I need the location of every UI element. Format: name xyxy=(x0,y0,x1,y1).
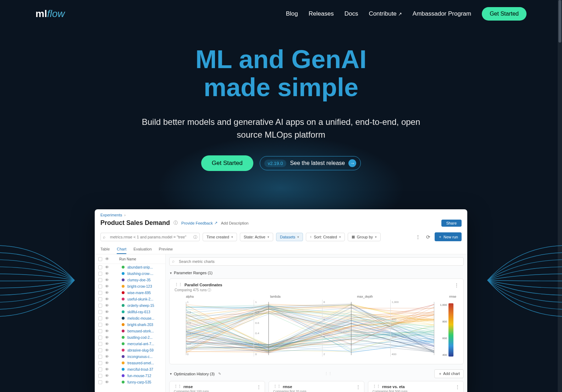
visibility-icon[interactable]: 👁 xyxy=(105,367,109,371)
visibility-icon[interactable]: 👁 xyxy=(105,297,109,301)
run-row[interactable]: 👁bright-shark-203 xyxy=(95,321,165,328)
run-name[interactable]: bemused-stork... xyxy=(127,329,154,333)
visibility-icon[interactable]: 👁 xyxy=(105,374,109,378)
nav-ambassador[interactable]: Ambassador Program xyxy=(413,10,471,17)
header-get-started-button[interactable]: Get Started xyxy=(482,7,527,21)
run-checkbox[interactable] xyxy=(98,278,102,282)
tab-preview[interactable]: Preview xyxy=(159,245,173,254)
run-name[interactable]: orderly-sheep-15 xyxy=(127,304,154,308)
state-filter[interactable]: State: Active▾ xyxy=(240,233,273,241)
run-name[interactable]: clumsy-doe-35 xyxy=(127,278,151,282)
breadcrumb[interactable]: Experiments› xyxy=(95,209,467,219)
run-row[interactable]: 👁abrasive-slug-59 xyxy=(95,347,165,353)
run-row[interactable]: 👁bright-crow-123 xyxy=(95,283,165,289)
visibility-icon[interactable]: 👁 xyxy=(105,291,109,295)
run-checkbox[interactable] xyxy=(98,310,102,314)
drag-handle-icon[interactable]: ⋮⋮ xyxy=(174,384,182,389)
metric-search-input[interactable] xyxy=(169,257,464,266)
run-checkbox[interactable] xyxy=(98,272,102,276)
chart-menu-icon[interactable]: ⋮ xyxy=(455,384,460,390)
run-name[interactable]: treasured-smel... xyxy=(127,361,154,365)
run-checkbox[interactable] xyxy=(98,348,102,352)
time-filter[interactable]: Time created▾ xyxy=(203,233,237,241)
visibility-icon[interactable]: 👁 xyxy=(105,342,109,346)
run-checkbox[interactable] xyxy=(98,374,102,378)
drag-handle-icon[interactable]: ⋮⋮ xyxy=(175,282,182,287)
run-checkbox[interactable] xyxy=(98,265,102,269)
visibility-icon[interactable]: 👁 xyxy=(105,361,109,365)
run-name[interactable]: bright-shark-203 xyxy=(127,323,153,327)
run-row[interactable]: 👁funny-carp-535 xyxy=(95,379,165,385)
visibility-icon[interactable]: 👁 xyxy=(105,322,109,327)
run-checkbox[interactable] xyxy=(98,297,102,301)
info-icon[interactable]: ⓘ xyxy=(173,220,178,226)
tab-table[interactable]: Table xyxy=(100,245,110,254)
tab-evaluation[interactable]: Evaluation xyxy=(133,245,151,254)
run-row[interactable]: 👁orderly-sheep-15 xyxy=(95,302,165,309)
visibility-icon[interactable]: 👁 xyxy=(105,329,109,333)
run-search-input[interactable] xyxy=(100,233,200,241)
run-name[interactable]: merciful-trout-37 xyxy=(127,368,153,371)
nav-releases[interactable]: Releases xyxy=(309,10,334,17)
run-row[interactable]: 👁melodic-mouse... xyxy=(95,315,165,321)
run-name[interactable]: bright-crow-123 xyxy=(127,285,152,288)
run-checkbox[interactable] xyxy=(98,316,102,320)
run-checkbox[interactable] xyxy=(98,380,102,384)
run-checkbox[interactable] xyxy=(98,368,102,371)
run-name[interactable]: mercurial-ant-7... xyxy=(127,342,154,346)
run-row[interactable]: 👁useful-skunk-2... xyxy=(95,296,165,302)
new-run-button[interactable]: ＋New run xyxy=(435,232,462,241)
visibility-icon[interactable]: 👁 xyxy=(105,284,109,288)
select-all-checkbox[interactable] xyxy=(98,257,102,261)
share-button[interactable]: Share xyxy=(441,220,462,227)
run-row[interactable]: 👁bemused-stork... xyxy=(95,328,165,334)
add-description-link[interactable]: Add Description xyxy=(221,221,249,225)
run-name[interactable]: useful-skunk-2... xyxy=(127,297,153,301)
nav-docs[interactable]: Docs xyxy=(345,10,358,17)
visibility-icon[interactable]: 👁 xyxy=(105,348,109,352)
run-row[interactable]: 👁mercurial-ant-7... xyxy=(95,341,165,347)
run-row[interactable]: 👁abundant-snip... xyxy=(95,264,165,270)
search-info-icon[interactable]: ⓘ xyxy=(193,234,197,240)
run-name[interactable]: fun-mouse-712 xyxy=(127,374,151,378)
run-checkbox[interactable] xyxy=(98,361,102,365)
nav-blog[interactable]: Blog xyxy=(286,10,298,17)
run-row[interactable]: 👁clumsy-doe-35 xyxy=(95,277,165,283)
visibility-icon[interactable]: 👁 xyxy=(105,354,109,359)
visibility-icon[interactable]: 👁 xyxy=(105,265,109,269)
run-row[interactable]: 👁treasured-smel... xyxy=(95,360,165,366)
run-row[interactable]: 👁wise-mare-695 xyxy=(95,289,165,296)
run-name[interactable]: abundant-snip... xyxy=(127,265,153,269)
run-name[interactable]: incongruous-c... xyxy=(127,355,153,359)
refresh-icon[interactable]: ⟳ xyxy=(425,233,432,241)
run-checkbox[interactable] xyxy=(98,323,102,327)
run-name[interactable]: wise-mare-695 xyxy=(127,291,151,295)
chart-menu-icon[interactable]: ⋮ xyxy=(356,384,360,390)
provide-feedback-link[interactable]: Provide Feedback↗ xyxy=(181,221,217,225)
run-name[interactable]: skillful-ray-613 xyxy=(127,310,150,314)
run-name[interactable]: bustling-cod-2... xyxy=(127,336,153,339)
visibility-icon[interactable]: 👁 xyxy=(105,310,109,314)
visibility-icon[interactable]: 👁 xyxy=(105,303,109,308)
run-row[interactable]: 👁merciful-trout-37 xyxy=(95,366,165,372)
datasets-filter[interactable]: Datasets▾ xyxy=(276,233,303,241)
visibility-icon[interactable]: 👁 xyxy=(105,335,109,339)
run-checkbox[interactable] xyxy=(98,285,102,288)
edit-icon[interactable]: ✎ xyxy=(218,372,221,376)
run-row[interactable]: 👁skillful-ray-613 xyxy=(95,309,165,315)
kebab-menu-icon[interactable]: ⋮ xyxy=(414,233,422,241)
sort-filter[interactable]: ↕Sort: Created▾ xyxy=(306,233,345,241)
run-checkbox[interactable] xyxy=(98,355,102,359)
mlflow-logo[interactable]: mlflow xyxy=(35,8,65,20)
visibility-icon[interactable]: 👁 xyxy=(105,271,109,276)
run-name[interactable]: blushing-crow-... xyxy=(127,272,153,276)
run-name[interactable]: funny-carp-535 xyxy=(127,380,151,384)
chart-menu-icon[interactable]: ⋮ xyxy=(257,384,261,390)
latest-release-link[interactable]: v2.19.0 See the latest release → xyxy=(260,156,361,170)
drag-handle-icon[interactable]: ⋮⋮ xyxy=(273,384,281,389)
run-name[interactable]: abrasive-slug-59 xyxy=(127,348,154,352)
visibility-icon[interactable]: 👁 xyxy=(105,278,109,282)
drag-handle-icon[interactable]: ⋮⋮ xyxy=(324,371,332,376)
run-row[interactable]: 👁fun-mouse-712 xyxy=(95,372,165,379)
run-checkbox[interactable] xyxy=(98,291,102,295)
